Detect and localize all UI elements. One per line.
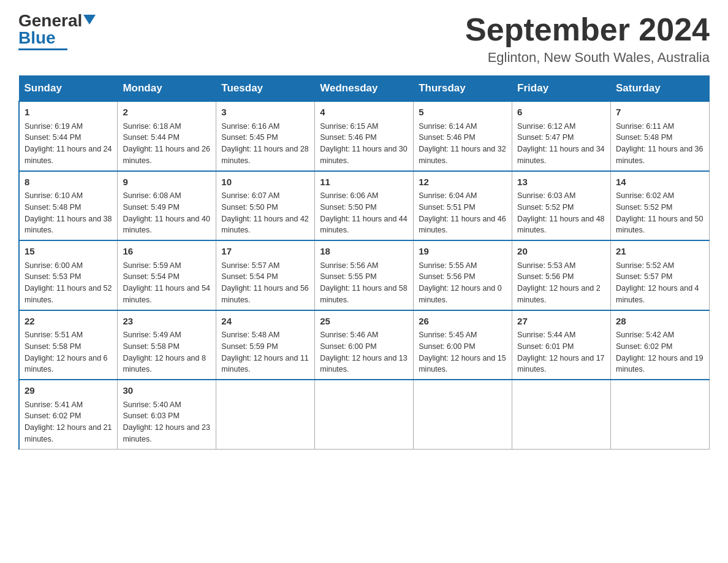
day-number: 23 [123, 315, 211, 329]
location-title: Eglinton, New South Wales, Australia [465, 50, 710, 66]
weekday-header-tuesday: Tuesday [216, 76, 315, 102]
day-number: 24 [221, 315, 309, 329]
day-number: 28 [616, 315, 704, 329]
day-number: 22 [25, 315, 112, 329]
month-title: September 2024 [465, 12, 710, 47]
day-info: Sunrise: 6:16 AMSunset: 5:45 PMDaylight:… [221, 121, 309, 167]
calendar-day-cell [315, 380, 414, 449]
day-info: Sunrise: 5:44 AMSunset: 6:01 PMDaylight:… [517, 329, 605, 375]
calendar-day-cell: 20Sunrise: 5:53 AMSunset: 5:56 PMDayligh… [512, 240, 611, 310]
weekday-header-saturday: Saturday [611, 76, 710, 102]
day-info: Sunrise: 6:07 AMSunset: 5:50 PMDaylight:… [221, 190, 309, 236]
calendar-week-row: 22Sunrise: 5:51 AMSunset: 5:58 PMDayligh… [19, 310, 710, 380]
day-number: 29 [25, 384, 112, 398]
day-number: 21 [616, 245, 704, 259]
day-number: 3 [221, 105, 309, 120]
calendar-day-cell: 1Sunrise: 6:19 AMSunset: 5:44 PMDaylight… [19, 101, 118, 171]
day-info: Sunrise: 5:57 AMSunset: 5:54 PMDaylight:… [221, 260, 309, 306]
calendar-week-row: 15Sunrise: 6:00 AMSunset: 5:53 PMDayligh… [19, 240, 710, 310]
day-number: 11 [320, 175, 408, 190]
calendar-day-cell: 12Sunrise: 6:04 AMSunset: 5:51 PMDayligh… [414, 171, 512, 241]
calendar-day-cell: 23Sunrise: 5:49 AMSunset: 5:58 PMDayligh… [118, 310, 216, 380]
day-number: 15 [25, 245, 112, 259]
calendar-day-cell: 28Sunrise: 5:42 AMSunset: 6:02 PMDayligh… [611, 310, 710, 380]
calendar-day-cell: 27Sunrise: 5:44 AMSunset: 6:01 PMDayligh… [512, 310, 611, 380]
day-info: Sunrise: 6:12 AMSunset: 5:47 PMDaylight:… [517, 121, 605, 167]
calendar-day-cell: 22Sunrise: 5:51 AMSunset: 5:58 PMDayligh… [19, 310, 118, 380]
day-info: Sunrise: 5:42 AMSunset: 6:02 PMDaylight:… [616, 329, 704, 375]
day-info: Sunrise: 6:06 AMSunset: 5:50 PMDaylight:… [320, 190, 408, 236]
day-number: 30 [123, 384, 211, 398]
calendar-day-cell: 3Sunrise: 6:16 AMSunset: 5:45 PMDaylight… [216, 101, 315, 171]
weekday-header-monday: Monday [118, 76, 216, 102]
day-info: Sunrise: 5:52 AMSunset: 5:57 PMDaylight:… [616, 260, 704, 306]
day-number: 4 [320, 105, 408, 120]
day-info: Sunrise: 6:08 AMSunset: 5:49 PMDaylight:… [123, 190, 211, 236]
day-info: Sunrise: 6:19 AMSunset: 5:44 PMDaylight:… [25, 121, 112, 167]
day-number: 2 [123, 105, 211, 120]
calendar-day-cell: 14Sunrise: 6:02 AMSunset: 5:52 PMDayligh… [611, 171, 710, 241]
day-info: Sunrise: 6:03 AMSunset: 5:52 PMDaylight:… [517, 190, 605, 236]
calendar-day-cell: 5Sunrise: 6:14 AMSunset: 5:46 PMDaylight… [414, 101, 512, 171]
day-info: Sunrise: 5:49 AMSunset: 5:58 PMDaylight:… [123, 329, 211, 375]
calendar-day-cell [512, 380, 611, 449]
logo-line [18, 48, 67, 50]
calendar-day-cell: 24Sunrise: 5:48 AMSunset: 5:59 PMDayligh… [216, 310, 315, 380]
day-number: 14 [616, 175, 704, 190]
logo-text: GeneralBlue [18, 12, 96, 47]
calendar-day-cell: 21Sunrise: 5:52 AMSunset: 5:57 PMDayligh… [611, 240, 710, 310]
logo-blue-text: Blue [18, 28, 56, 47]
calendar-day-cell: 7Sunrise: 6:11 AMSunset: 5:48 PMDaylight… [611, 101, 710, 171]
day-number: 20 [517, 245, 605, 259]
calendar-body: 1Sunrise: 6:19 AMSunset: 5:44 PMDaylight… [19, 101, 710, 449]
day-number: 25 [320, 315, 408, 329]
day-number: 9 [123, 175, 211, 190]
calendar-day-cell: 16Sunrise: 5:59 AMSunset: 5:54 PMDayligh… [118, 240, 216, 310]
calendar-day-cell: 17Sunrise: 5:57 AMSunset: 5:54 PMDayligh… [216, 240, 315, 310]
day-number: 8 [25, 175, 112, 190]
day-info: Sunrise: 6:02 AMSunset: 5:52 PMDaylight:… [616, 190, 704, 236]
day-number: 5 [419, 105, 507, 120]
calendar-day-cell: 30Sunrise: 5:40 AMSunset: 6:03 PMDayligh… [118, 380, 216, 449]
calendar-day-cell: 29Sunrise: 5:41 AMSunset: 6:02 PMDayligh… [19, 380, 118, 449]
day-number: 19 [419, 245, 507, 259]
calendar-day-cell: 9Sunrise: 6:08 AMSunset: 5:49 PMDaylight… [118, 171, 216, 241]
calendar-day-cell: 4Sunrise: 6:15 AMSunset: 5:46 PMDaylight… [315, 101, 414, 171]
calendar-day-cell: 11Sunrise: 6:06 AMSunset: 5:50 PMDayligh… [315, 171, 414, 241]
day-number: 18 [320, 245, 408, 259]
weekday-header-row: SundayMondayTuesdayWednesdayThursdayFrid… [19, 76, 710, 102]
day-info: Sunrise: 6:14 AMSunset: 5:46 PMDaylight:… [419, 121, 507, 167]
calendar-table: SundayMondayTuesdayWednesdayThursdayFrid… [18, 75, 710, 450]
day-info: Sunrise: 5:41 AMSunset: 6:02 PMDaylight:… [25, 399, 112, 445]
calendar-day-cell: 8Sunrise: 6:10 AMSunset: 5:48 PMDaylight… [19, 171, 118, 241]
logo-triangle-icon [83, 15, 96, 25]
day-info: Sunrise: 5:59 AMSunset: 5:54 PMDaylight:… [123, 260, 211, 306]
day-number: 10 [221, 175, 309, 190]
day-info: Sunrise: 5:56 AMSunset: 5:55 PMDaylight:… [320, 260, 408, 306]
calendar-day-cell: 15Sunrise: 6:00 AMSunset: 5:53 PMDayligh… [19, 240, 118, 310]
calendar-day-cell: 18Sunrise: 5:56 AMSunset: 5:55 PMDayligh… [315, 240, 414, 310]
day-info: Sunrise: 6:11 AMSunset: 5:48 PMDaylight:… [616, 121, 704, 167]
calendar-header: SundayMondayTuesdayWednesdayThursdayFrid… [19, 76, 710, 102]
day-info: Sunrise: 6:10 AMSunset: 5:48 PMDaylight:… [25, 190, 112, 236]
title-area: September 2024 Eglinton, New South Wales… [465, 12, 710, 66]
day-info: Sunrise: 6:00 AMSunset: 5:53 PMDaylight:… [25, 260, 112, 306]
day-number: 27 [517, 315, 605, 329]
day-info: Sunrise: 5:40 AMSunset: 6:03 PMDaylight:… [123, 399, 211, 445]
calendar-week-row: 29Sunrise: 5:41 AMSunset: 6:02 PMDayligh… [19, 380, 710, 449]
calendar-day-cell [611, 380, 710, 449]
day-info: Sunrise: 6:04 AMSunset: 5:51 PMDaylight:… [419, 190, 507, 236]
day-info: Sunrise: 5:48 AMSunset: 5:59 PMDaylight:… [221, 329, 309, 375]
calendar-week-row: 8Sunrise: 6:10 AMSunset: 5:48 PMDaylight… [19, 171, 710, 241]
calendar-day-cell: 10Sunrise: 6:07 AMSunset: 5:50 PMDayligh… [216, 171, 315, 241]
weekday-header-thursday: Thursday [414, 76, 512, 102]
weekday-header-wednesday: Wednesday [315, 76, 414, 102]
day-number: 13 [517, 175, 605, 190]
calendar-day-cell: 19Sunrise: 5:55 AMSunset: 5:56 PMDayligh… [414, 240, 512, 310]
calendar-day-cell: 25Sunrise: 5:46 AMSunset: 6:00 PMDayligh… [315, 310, 414, 380]
calendar-day-cell: 26Sunrise: 5:45 AMSunset: 6:00 PMDayligh… [414, 310, 512, 380]
day-info: Sunrise: 6:18 AMSunset: 5:44 PMDaylight:… [123, 121, 211, 167]
weekday-header-sunday: Sunday [19, 76, 118, 102]
calendar-day-cell [216, 380, 315, 449]
day-number: 7 [616, 105, 704, 120]
